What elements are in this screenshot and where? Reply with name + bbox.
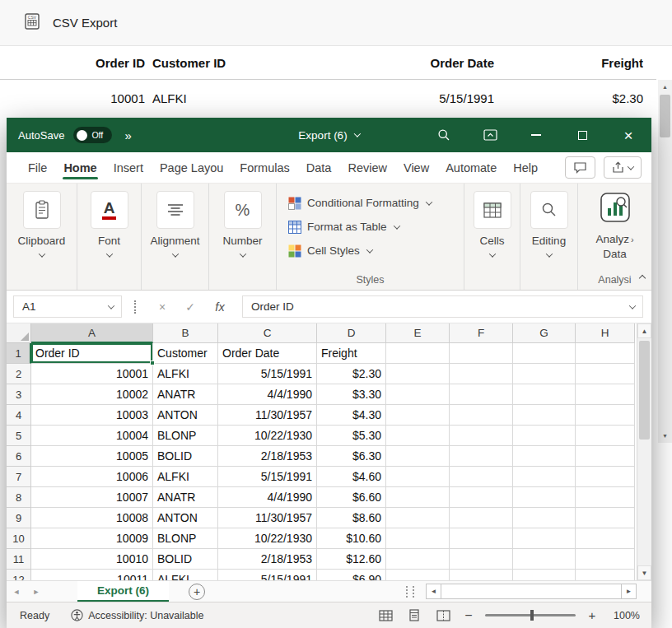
enter-button[interactable]: ✓ xyxy=(176,300,204,314)
cell-F6[interactable] xyxy=(450,446,513,467)
zoom-level[interactable]: 100% xyxy=(609,610,640,621)
page-vertical-scrollbar[interactable]: ▲ ▼ xyxy=(658,80,672,443)
cell-F3[interactable] xyxy=(450,384,513,405)
row-header-4[interactable]: 4 xyxy=(7,405,31,426)
cell-D5[interactable]: $5.30 xyxy=(317,426,386,446)
scroll-left-icon[interactable]: ◄ xyxy=(426,584,441,599)
menu-tab-data[interactable]: Data xyxy=(298,152,340,183)
cell-C9[interactable]: 11/30/1957 xyxy=(218,508,317,528)
cell-B3[interactable]: ANATR xyxy=(153,384,218,405)
cell-C8[interactable]: 4/4/1990 xyxy=(218,487,317,508)
column-header-B[interactable]: B xyxy=(153,323,218,343)
column-header-G[interactable]: G xyxy=(513,323,576,343)
cell-E4[interactable] xyxy=(386,405,450,426)
cell-D4[interactable]: $4.30 xyxy=(317,405,386,426)
row-header-6[interactable]: 6 xyxy=(7,446,31,467)
cell-F11[interactable] xyxy=(450,549,513,570)
normal-view-button[interactable] xyxy=(376,607,394,625)
cell-F8[interactable] xyxy=(450,487,513,508)
cell-A10[interactable]: 10009 xyxy=(31,528,153,549)
cell-G7[interactable] xyxy=(513,467,576,487)
cell-F4[interactable] xyxy=(450,405,513,426)
cell-G11[interactable] xyxy=(513,549,576,570)
cells-button[interactable] xyxy=(474,191,511,229)
cell-A2[interactable]: 10001 xyxy=(31,364,153,384)
cell-C7[interactable]: 5/15/1991 xyxy=(218,467,317,487)
zoom-slider[interactable] xyxy=(485,614,576,616)
cell-F2[interactable] xyxy=(450,364,513,384)
cell-G10[interactable] xyxy=(513,528,576,549)
cell-G8[interactable] xyxy=(513,487,576,508)
cell-F7[interactable] xyxy=(450,467,513,487)
cell-H9[interactable] xyxy=(576,508,635,528)
cell-D1[interactable]: Freight xyxy=(317,343,386,364)
cell-F9[interactable] xyxy=(450,508,513,528)
cell-E11[interactable] xyxy=(386,549,450,570)
cell-D9[interactable]: $8.60 xyxy=(317,508,386,528)
row-header-7[interactable]: 7 xyxy=(7,467,31,487)
page-break-preview-button[interactable] xyxy=(434,607,452,625)
column-header-D[interactable]: D xyxy=(317,323,386,343)
font-button[interactable]: A xyxy=(91,191,128,229)
cell-H6[interactable] xyxy=(576,446,635,467)
cell-C3[interactable]: 4/4/1990 xyxy=(218,384,317,405)
cell-G3[interactable] xyxy=(513,384,576,405)
cell-E7[interactable] xyxy=(386,467,450,487)
ribbon-display-options-button[interactable] xyxy=(467,118,513,152)
cell-A6[interactable]: 10005 xyxy=(31,446,153,467)
row-header-8[interactable]: 8 xyxy=(7,487,31,508)
cell-H11[interactable] xyxy=(576,549,635,570)
ribbon-group-alignment[interactable]: Alignment xyxy=(142,184,209,290)
add-sheet-button[interactable]: + xyxy=(189,584,205,600)
scroll-down-icon[interactable]: ▼ xyxy=(637,565,651,580)
scroll-up-icon[interactable]: ▲ xyxy=(637,323,651,338)
column-header-E[interactable]: E xyxy=(386,323,450,343)
menu-tab-formulas[interactable]: Formulas xyxy=(231,152,297,183)
cell-H2[interactable] xyxy=(576,364,635,384)
ribbon-group-cells[interactable]: Cells xyxy=(464,184,520,290)
ribbon-group-analysis[interactable]: Analyz› Data Analysi xyxy=(578,184,651,290)
cell-D11[interactable]: $12.60 xyxy=(317,549,386,570)
cell-B9[interactable]: ANTON xyxy=(153,508,218,528)
cell-C6[interactable]: 2/18/1953 xyxy=(218,446,317,467)
cell-C4[interactable]: 11/30/1957 xyxy=(218,405,317,426)
cell-C1[interactable]: Order Date xyxy=(218,343,317,364)
hscroll-track[interactable] xyxy=(441,584,621,599)
number-button[interactable]: % xyxy=(224,191,262,229)
menu-tab-file[interactable]: File xyxy=(20,152,55,183)
analyze-data-button[interactable] xyxy=(599,191,632,227)
cell-styles-button[interactable]: Cell Styles xyxy=(288,239,372,263)
cell-B1[interactable]: Customer xyxy=(153,343,218,364)
cell-C5[interactable]: 10/22/1930 xyxy=(218,426,317,446)
cell-A12[interactable]: 10011 xyxy=(31,570,153,580)
cell-A9[interactable]: 10008 xyxy=(31,508,153,528)
cancel-button[interactable]: × xyxy=(148,300,176,314)
row-header-2[interactable]: 2 xyxy=(7,364,31,384)
cell-H1[interactable] xyxy=(576,343,635,364)
cell-D7[interactable]: $4.60 xyxy=(317,467,386,487)
cell-D6[interactable]: $6.30 xyxy=(317,446,386,467)
scroll-up-icon[interactable]: ▲ xyxy=(658,80,672,94)
cell-B7[interactable]: ALFKI xyxy=(153,467,218,487)
cell-G1[interactable] xyxy=(513,343,576,364)
cell-F10[interactable] xyxy=(450,528,513,549)
row-header-9[interactable]: 9 xyxy=(7,508,31,528)
cell-E8[interactable] xyxy=(386,487,450,508)
format-as-table-button[interactable]: Format as Table xyxy=(288,215,399,239)
cell-C11[interactable]: 2/18/1953 xyxy=(218,549,317,570)
cell-H8[interactable] xyxy=(576,487,635,508)
cell-E1[interactable] xyxy=(386,343,450,364)
cell-B10[interactable]: BLONP xyxy=(153,528,218,549)
cell-G4[interactable] xyxy=(513,405,576,426)
scroll-right-icon[interactable]: ► xyxy=(621,584,637,599)
cell-G5[interactable] xyxy=(513,426,576,446)
editing-button[interactable] xyxy=(530,191,568,229)
cell-F5[interactable] xyxy=(450,426,513,446)
row-header-1[interactable]: 1 xyxy=(7,343,31,364)
cell-F12[interactable] xyxy=(450,570,513,580)
cell-E10[interactable] xyxy=(386,528,450,549)
close-button[interactable]: × xyxy=(605,118,651,152)
menu-tab-home[interactable]: Home xyxy=(55,152,105,183)
menu-tab-page-layou[interactable]: Page Layou xyxy=(152,152,231,183)
cell-H10[interactable] xyxy=(576,528,635,549)
